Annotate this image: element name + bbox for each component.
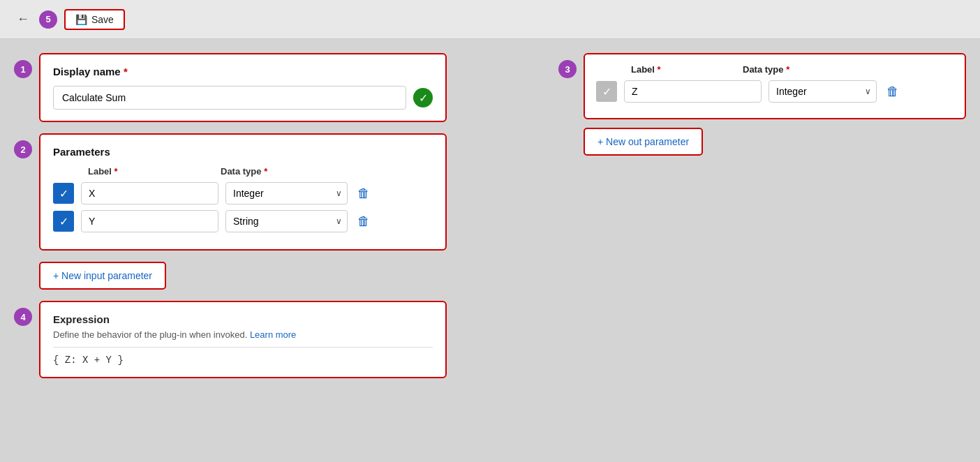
save-button[interactable]: 💾 Save [64, 9, 125, 30]
parameters-card: Parameters Label * Data type * ✓ [39, 133, 447, 251]
param-label-y[interactable] [81, 210, 218, 232]
toolbar: ← 5 💾 Save [0, 0, 980, 39]
param-row-y: ✓ Integer String Boolean Float ∨ 🗑 [53, 210, 433, 232]
label-col-header: Label * [88, 166, 214, 177]
param-label-x[interactable] [81, 182, 218, 204]
required-star-out-label: * [658, 64, 661, 75]
param-type-y-wrapper: Integer String Boolean Float ∨ [225, 210, 348, 232]
left-column: 1 Display name * ✓ 2 Parameters [14, 53, 447, 378]
save-icon: 💾 [75, 14, 87, 25]
step-4-badge: 4 [14, 308, 32, 326]
out-params-header: Label * Data type * [596, 64, 953, 75]
param-type-x[interactable]: Integer String Boolean Float [225, 182, 348, 204]
expression-card: Expression Define the behavior of the pl… [39, 301, 447, 378]
out-label-col-header: Label * [631, 64, 736, 75]
out-param-type-z[interactable]: Integer String [769, 80, 877, 103]
expression-description: Define the behavior of the plug-in when … [53, 329, 433, 340]
out-parameters-section: 3 Label * Data type * [558, 53, 966, 156]
params-header: Label * Data type * [53, 166, 433, 177]
valid-indicator: ✓ [413, 88, 433, 107]
param-row-x: ✓ Integer String Boolean Float ∨ 🗑 [53, 182, 433, 204]
step-3-badge: 3 [558, 60, 577, 78]
parameters-title: Parameters [53, 146, 433, 158]
type-col-header: Data type * [221, 166, 343, 177]
expression-code: { Z: X + Y } [53, 347, 433, 366]
step-1-badge: 1 [14, 60, 32, 78]
expression-section: 4 Expression Define the behavior of the … [14, 301, 447, 378]
main-content: 1 Display name * ✓ 2 Parameters [0, 39, 980, 392]
delete-out-param-z-button[interactable]: 🗑 [884, 82, 902, 102]
learn-more-link[interactable]: Learn more [250, 329, 296, 340]
new-out-param-button[interactable]: + New out parameter [584, 128, 703, 156]
save-label: Save [91, 14, 114, 25]
required-star-1: * [124, 66, 128, 77]
back-button[interactable]: ← [14, 9, 32, 29]
delete-param-y-button[interactable]: 🗑 [355, 211, 373, 232]
delete-param-x-button[interactable]: 🗑 [355, 184, 373, 204]
display-name-row: ✓ [53, 86, 433, 110]
step-2-badge: 2 [14, 140, 32, 158]
required-star-out-type: * [786, 64, 789, 75]
out-param-label-z[interactable] [624, 80, 762, 103]
out-type-col-header: Data type * [743, 64, 851, 75]
param-checkbox-x[interactable]: ✓ [53, 183, 74, 204]
new-input-param-wrapper: + New input parameter [14, 262, 447, 290]
display-name-section: 1 Display name * ✓ [14, 53, 447, 122]
out-param-type-z-wrapper: Integer String ∨ [769, 80, 877, 103]
out-parameters-card: Label * Data type * ✓ [584, 53, 966, 119]
param-type-x-wrapper: Integer String Boolean Float ∨ [225, 182, 348, 204]
expression-title: Expression [53, 313, 433, 325]
out-param-checkbox-z[interactable]: ✓ [596, 81, 617, 102]
param-type-y[interactable]: Integer String Boolean Float [225, 210, 348, 232]
parameters-section: 2 Parameters Label * Data type * [14, 133, 447, 251]
step-5-badge: 5 [39, 10, 57, 29]
display-name-title: Display name * [53, 66, 433, 77]
right-column: 3 Label * Data type * [447, 53, 966, 378]
out-param-row-z: ✓ Integer String ∨ 🗑 [596, 80, 953, 103]
display-name-input[interactable] [53, 86, 406, 110]
new-input-param-button[interactable]: + New input parameter [39, 262, 166, 290]
required-star-type: * [264, 166, 267, 177]
param-checkbox-y[interactable]: ✓ [53, 211, 74, 232]
required-star-label: * [114, 166, 118, 177]
display-name-card: Display name * ✓ [39, 53, 447, 122]
